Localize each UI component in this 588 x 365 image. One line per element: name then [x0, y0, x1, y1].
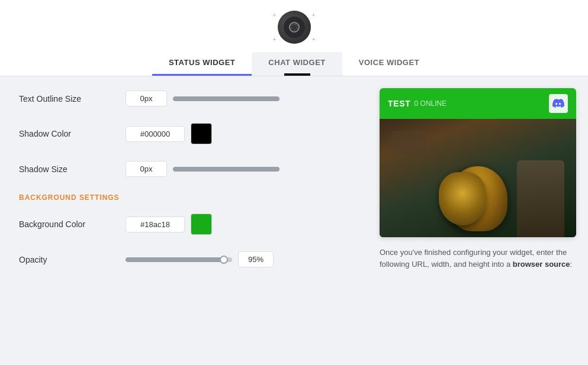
preview-online-count: 0 ONLINE [415, 99, 447, 108]
deco-dot-br: + [312, 36, 316, 43]
preview-title-group: TEST 0 ONLINE [388, 99, 446, 108]
shadow-color-value[interactable]: #000000 [126, 126, 185, 142]
main-content: Text Outline Size 0px Shadow Color #0000… [0, 76, 588, 298]
info-text: Once you've finished configuring your wi… [380, 247, 576, 270]
deco-dot-bl: + [273, 36, 277, 43]
shadow-color-control: #000000 [126, 123, 212, 144]
preview-server-name: TEST [388, 99, 411, 108]
background-color-control: #18ac18 [126, 214, 212, 235]
shadow-color-label: Shadow Color [19, 129, 126, 138]
background-color-label: Background Color [19, 219, 126, 229]
tab-status-widget[interactable]: STATUS WIDGET [152, 52, 252, 76]
shadow-size-row: Shadow Size 0px [19, 161, 356, 177]
opacity-label: Opacity [19, 255, 126, 264]
opacity-row: Opacity 95% [19, 251, 356, 267]
deco-dot-tl: + [273, 12, 277, 18]
opacity-control: 95% [126, 251, 274, 267]
shadow-size-value[interactable]: 0px [126, 161, 167, 177]
right-panel: TEST 0 ONLINE Once you've finishe [375, 76, 588, 298]
deco-dot-tr: + [312, 12, 316, 18]
opacity-slider-thumb[interactable] [220, 256, 228, 264]
obs-logo [278, 11, 311, 44]
text-outline-size-control: 0px [126, 91, 279, 106]
text-outline-size-value[interactable]: 0px [126, 91, 167, 106]
tab-chat-widget[interactable]: CHAT WIDGET [252, 52, 342, 76]
info-text-after: : [570, 260, 573, 269]
background-color-value[interactable]: #18ac18 [126, 217, 185, 232]
logo-wrap: + + + + [271, 9, 318, 45]
text-outline-size-slider[interactable] [173, 96, 279, 101]
shadow-color-row: Shadow Color #000000 [19, 123, 356, 144]
header: + + + + STATUS WIDGET CHAT WIDGET VOICE … [0, 0, 588, 76]
tab-voice-widget[interactable]: VOICE WIDGET [342, 52, 436, 76]
shadow-size-label: Shadow Size [19, 164, 126, 174]
background-color-swatch[interactable] [191, 214, 212, 235]
tab-bar: STATUS WIDGET CHAT WIDGET VOICE WIDGET [152, 52, 436, 76]
preview-header: TEST 0 ONLINE [380, 88, 576, 119]
text-outline-size-label: Text Outline Size [19, 94, 126, 104]
preview-image [380, 119, 576, 237]
background-settings-header: BACKGROUND SETTINGS [19, 193, 356, 202]
background-color-row: Background Color #18ac18 [19, 214, 356, 235]
obs-logo-icon [283, 16, 306, 38]
shadow-color-swatch[interactable] [191, 123, 212, 144]
svg-point-2 [292, 25, 297, 30]
text-outline-size-row: Text Outline Size 0px [19, 91, 356, 106]
shadow-size-control: 0px [126, 161, 279, 177]
info-browser-source-link[interactable]: browser source [513, 260, 570, 269]
shadow-size-slider[interactable] [173, 167, 279, 172]
discord-icon [549, 94, 568, 113]
left-panel: Text Outline Size 0px Shadow Color #0000… [0, 76, 375, 298]
opacity-value[interactable]: 95% [238, 251, 274, 267]
opacity-slider[interactable] [126, 257, 232, 262]
preview-card: TEST 0 ONLINE [380, 88, 576, 237]
